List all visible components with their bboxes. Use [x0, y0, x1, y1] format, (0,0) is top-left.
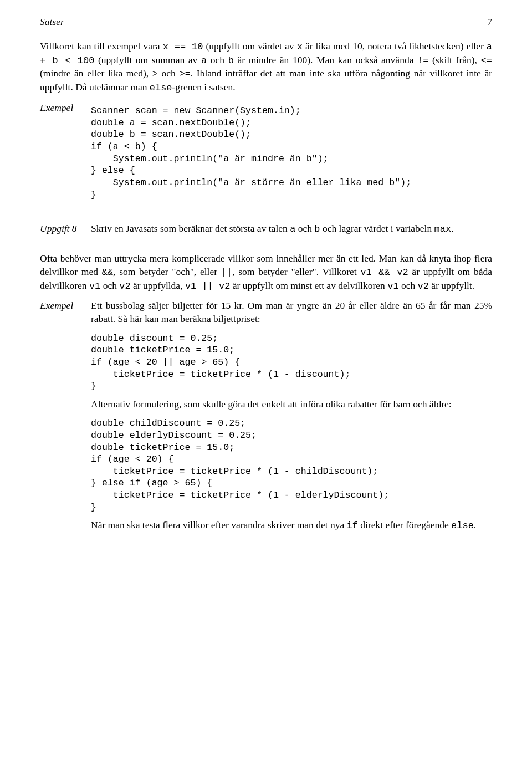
text: , som betyder "och", eller [113, 266, 221, 277]
text: och [399, 280, 418, 291]
text: (uppfyllt om värdet av [203, 40, 296, 52]
text: och [207, 54, 228, 65]
page-header: Satser 7 [40, 16, 492, 29]
text: . [474, 519, 476, 530]
text: -grenen i satsen. [172, 81, 236, 93]
example-content: Scanner scan = new Scanner(System.in); d… [91, 101, 492, 206]
text: är lika med 10, notera två likhetstecken… [303, 40, 487, 52]
inline-code: v1 || v2 [185, 281, 230, 292]
intro-paragraph: Villkoret kan till exempel vara x == 10 … [40, 40, 492, 95]
inline-code: x [297, 42, 303, 52]
inline-code: > [152, 69, 158, 79]
page: Satser 7 Villkoret kan till exempel vara… [0, 0, 532, 767]
text: och [100, 280, 119, 291]
inline-code: b [314, 224, 320, 234]
code-block: double discount = 0.25; double ticketPri… [91, 333, 492, 392]
text: , som betyder "eller". Villkoret [232, 266, 360, 277]
text: och [158, 68, 180, 79]
example-2: Exempel Ett bussbolag säljer biljetter f… [40, 299, 492, 539]
inline-code: else [451, 520, 474, 531]
inline-code: max [434, 224, 452, 234]
code-block: Scanner scan = new Scanner(System.in); d… [91, 105, 492, 201]
text: . [451, 223, 453, 234]
example-label: Exempel [40, 299, 91, 313]
inline-code: else [150, 83, 172, 93]
inline-code: <= [481, 55, 492, 66]
example-mid: Alternativ formulering, som skulle göra … [91, 398, 492, 411]
text: (mindre än eller lika med), [40, 68, 152, 79]
inline-code: v1 [89, 281, 100, 292]
text: (uppfyllt om summan av [94, 54, 201, 65]
example-outro: När man ska testa flera villkor efter va… [91, 519, 492, 533]
inline-code: v1 && v2 [360, 267, 408, 278]
divider [40, 214, 492, 214]
text: är mindre än 100). Man kan också använda [234, 54, 417, 65]
inline-code: b [228, 55, 234, 66]
inline-code: a [201, 55, 207, 66]
inline-code: v2 [119, 281, 130, 292]
example-label: Exempel [40, 101, 91, 115]
uppgift-label: Uppgift 8 [40, 222, 91, 236]
example-1: Exempel Scanner scan = new Scanner(Syste… [40, 101, 492, 206]
text: är uppfyllt. [429, 280, 474, 291]
example-intro: Ett bussbolag säljer biljetter för 15 kr… [91, 299, 492, 325]
uppgift-8: Uppgift 8 Skriv en Javasats som beräknar… [40, 222, 492, 236]
page-number: 7 [487, 16, 492, 29]
inline-code: v1 [387, 281, 398, 292]
header-section-title: Satser [40, 16, 64, 29]
inline-code: v2 [418, 281, 429, 292]
inline-code: if [347, 520, 358, 531]
text: Villkoret kan till exempel vara [40, 40, 163, 52]
divider [40, 244, 492, 244]
text: och [295, 223, 314, 234]
text: När man ska testa flera villkor efter va… [91, 519, 347, 530]
inline-code: x == 10 [163, 42, 203, 52]
text: är uppfyllda, [131, 280, 185, 291]
text: direkt efter föregående [358, 519, 451, 530]
inline-code: != [417, 55, 428, 66]
example-content: Ett bussbolag säljer biljetter för 15 kr… [91, 299, 492, 539]
text: och lagrar värdet i variabeln [320, 223, 434, 234]
text: Skriv en Javasats som beräknar det störs… [91, 223, 290, 234]
inline-code: >= [179, 69, 190, 79]
inline-code: a [290, 224, 295, 234]
text: är uppfyllt om minst ett av delvillkoren [230, 280, 387, 291]
paragraph-logical-operators: Ofta behöver man uttrycka mera komplicer… [40, 252, 492, 293]
uppgift-content: Skriv en Javasats som beräknar det störs… [91, 222, 492, 236]
inline-code: && [102, 267, 113, 278]
text: (skilt från), [428, 54, 480, 65]
inline-code: || [221, 267, 232, 278]
code-block: double childDiscount = 0.25; double elde… [91, 417, 492, 513]
